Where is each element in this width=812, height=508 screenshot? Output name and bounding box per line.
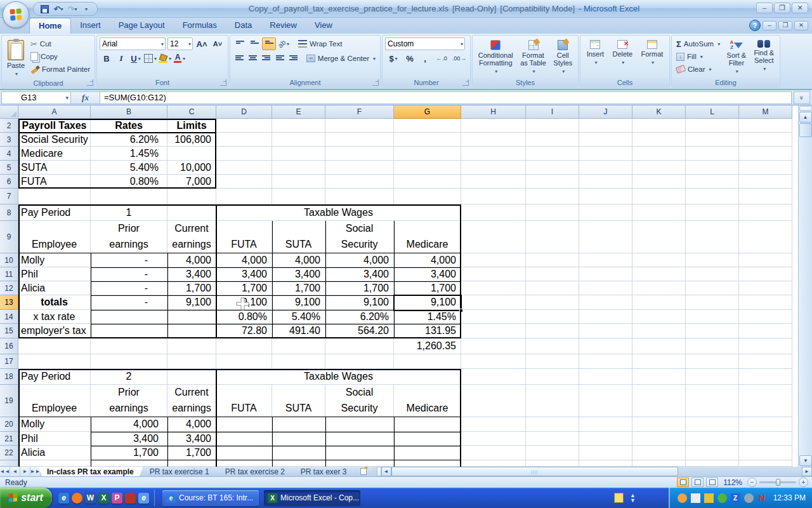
merge-center-button[interactable]: Merge & Center (304, 52, 377, 65)
cell-I8[interactable] (526, 204, 579, 221)
collapse-arrows-icon[interactable]: ▲▼ (630, 493, 636, 503)
cell-L12[interactable] (686, 281, 739, 295)
cell-K9[interactable] (632, 221, 686, 253)
cell-K7[interactable] (632, 189, 686, 204)
save-button[interactable] (39, 3, 50, 15)
borders-button[interactable] (143, 52, 157, 65)
cell-F16[interactable] (325, 338, 394, 354)
cut-button[interactable]: ✂Cut (29, 37, 92, 50)
cell-A7[interactable] (18, 189, 91, 204)
row-header-11[interactable]: 11 (0, 267, 18, 281)
column-header-J[interactable]: J (579, 105, 632, 119)
vertical-scroll-thumb[interactable] (799, 123, 812, 137)
cell-H14[interactable] (461, 310, 526, 324)
cell-A16[interactable] (18, 338, 91, 354)
sort-filter-button[interactable]: AZ Sort & Filter (723, 37, 749, 77)
cell-I13[interactable] (526, 295, 579, 310)
cell-L16[interactable] (686, 338, 739, 354)
cell-G17[interactable] (394, 354, 461, 369)
cell-L9[interactable] (686, 221, 739, 253)
cell-J7[interactable] (579, 189, 632, 204)
format-as-table-button[interactable]: Format as Table (518, 37, 548, 77)
cell-B16[interactable] (91, 338, 167, 354)
cell-D4[interactable] (216, 147, 272, 161)
cell-K17[interactable] (632, 354, 686, 369)
row-header-5[interactable]: 5 (0, 161, 18, 175)
word-icon[interactable]: W (85, 493, 96, 504)
cell-H19[interactable] (461, 385, 526, 417)
cell-F2[interactable] (325, 119, 394, 133)
delete-cells-button[interactable]: Delete (610, 37, 634, 77)
column-header-M[interactable]: M (739, 105, 792, 119)
messenger-tray-icon[interactable] (678, 493, 687, 503)
cell-G3[interactable] (394, 133, 461, 147)
cell-M2[interactable] (739, 119, 792, 133)
bold-button[interactable]: B (100, 52, 114, 65)
cell-D6[interactable] (216, 175, 272, 189)
bottom-align-button[interactable] (262, 37, 276, 50)
row-header-22[interactable]: 22 (0, 446, 18, 460)
cell-L14[interactable] (686, 310, 739, 324)
cell-G5[interactable] (394, 161, 461, 175)
cell-H16[interactable] (461, 338, 526, 354)
column-header-I[interactable]: I (526, 105, 579, 119)
cell-J18[interactable] (579, 369, 632, 385)
font-family-combo[interactable]: Arial (100, 37, 166, 50)
cell-M7[interactable] (739, 189, 792, 204)
customize-qat-button[interactable]: ▾ (81, 3, 92, 15)
row-header-15[interactable]: 15 (0, 324, 18, 338)
row-header-16[interactable]: 16 (0, 338, 18, 354)
cell-K20[interactable] (632, 417, 686, 432)
increase-indent-button[interactable] (287, 52, 299, 65)
cell-H6[interactable] (461, 175, 526, 189)
format-painter-button[interactable]: Format Painter (29, 63, 92, 76)
cell-I19[interactable] (526, 385, 579, 417)
cell-I3[interactable] (526, 133, 579, 147)
firefox-icon[interactable] (72, 493, 82, 504)
cell-F4[interactable] (325, 147, 394, 161)
cell-D3[interactable] (216, 133, 272, 147)
cell-H2[interactable] (461, 119, 526, 133)
close-button[interactable]: ✕ (792, 3, 808, 13)
cell-L8[interactable] (686, 204, 739, 221)
comma-style-button[interactable]: , (418, 52, 432, 65)
cell-H15[interactable] (461, 324, 526, 338)
cell-L17[interactable] (686, 354, 739, 369)
cell-M10[interactable] (739, 253, 792, 267)
cell-L3[interactable] (686, 133, 739, 147)
app-icon-red[interactable] (125, 493, 136, 504)
cell-K15[interactable] (632, 324, 686, 338)
column-header-D[interactable]: D (216, 105, 272, 119)
sheet-tab-pr-tax-exercise-1[interactable]: PR tax exercise 1 (141, 467, 219, 476)
orientation-button[interactable]: ab (277, 37, 291, 50)
cell-I18[interactable] (526, 369, 579, 385)
cell-L6[interactable] (686, 175, 739, 189)
cell-L13[interactable] (686, 295, 739, 310)
cell-J2[interactable] (579, 119, 632, 133)
insert-function-button[interactable]: fx (71, 91, 100, 104)
cell-H11[interactable] (461, 267, 526, 281)
cell-K10[interactable] (632, 253, 686, 267)
cell-J22[interactable] (579, 446, 632, 460)
horizontal-split-handle[interactable] (377, 467, 381, 476)
cell-K12[interactable] (632, 281, 686, 295)
row-header-4[interactable]: 4 (0, 147, 18, 161)
cell-J20[interactable] (579, 417, 632, 432)
horizontal-scrollbar[interactable]: ◄ |||| ► (377, 467, 812, 476)
cell-K4[interactable] (632, 147, 686, 161)
row-header-9[interactable]: 9 (0, 221, 18, 253)
cell-D16[interactable] (216, 338, 272, 354)
select-all-corner[interactable] (0, 105, 18, 119)
cell-E17[interactable] (272, 354, 325, 369)
cell-D2[interactable] (216, 119, 272, 133)
minimize-button[interactable]: – (756, 3, 773, 13)
number-dialog-launcher-icon[interactable] (462, 79, 469, 86)
cell-L7[interactable] (686, 189, 739, 204)
align-right-button[interactable] (260, 52, 273, 65)
row-header-14[interactable]: 14 (0, 310, 18, 324)
cell-M14[interactable] (739, 310, 792, 324)
cell-L11[interactable] (686, 267, 739, 281)
row-header-18[interactable]: 18 (0, 369, 18, 385)
cell-L19[interactable] (686, 385, 739, 417)
cell-I4[interactable] (526, 147, 579, 161)
